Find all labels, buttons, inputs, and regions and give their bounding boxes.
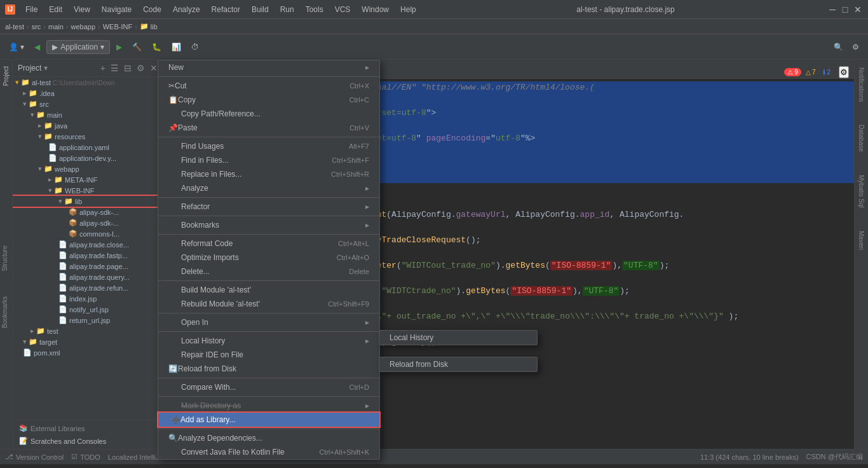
- sidebar-tab-structure[interactable]: Structure: [0, 242, 10, 275]
- sidebar-tab-project[interactable]: Project: [1, 62, 11, 90]
- tree-item-target[interactable]: ▾ 📁 target: [13, 336, 165, 347]
- tree-item-altest[interactable]: ▾ 📁 al-test C:\Users\admin\Down: [13, 77, 165, 88]
- sm-reload-disk-item[interactable]: Reload from Disk: [379, 357, 537, 371]
- tree-item-idea[interactable]: ▸ 📁 .idea: [13, 88, 165, 99]
- tree-item-metainf[interactable]: ▸ 📁 META-INF: [13, 174, 165, 185]
- tree-item-sdk2[interactable]: 📦 alipay-sdk-...: [13, 217, 165, 228]
- tree-item-resources[interactable]: ▾ 📁 resources: [13, 131, 165, 142]
- tree-item-page[interactable]: 📄 alipay.trade.page...: [13, 261, 165, 272]
- cm-new[interactable]: New ▸: [158, 60, 379, 74]
- cm-reload-disk[interactable]: 🔄 Reload from Disk: [158, 362, 379, 376]
- profile-button[interactable]: ⏱: [187, 41, 203, 53]
- cm-optimize[interactable]: Optimize Imports Ctrl+Alt+O: [158, 251, 379, 265]
- cm-bookmarks[interactable]: Bookmarks ▸: [158, 218, 379, 232]
- tree-item-webapp[interactable]: ▾ 📁 webapp: [13, 163, 165, 174]
- tree-item-refun[interactable]: 📄 alipay.trade.refun...: [13, 282, 165, 293]
- external-libraries-item[interactable]: 📚 External Libraries: [17, 423, 161, 434]
- settings-gear-button[interactable]: ⚙: [135, 62, 147, 74]
- tree-item-query[interactable]: 📄 alipay.trade.query...: [13, 272, 165, 282]
- cm-replace-in-files[interactable]: Replace in Files... Ctrl+Shift+R: [158, 167, 379, 181]
- cm-find-usages[interactable]: Find Usages Alt+F7: [158, 139, 379, 153]
- minimize-button[interactable]: ─: [827, 4, 837, 15]
- cm-repair-ide[interactable]: Repair IDE on File: [158, 348, 379, 362]
- tree-item-appyaml[interactable]: 📄 application.yaml: [13, 142, 165, 153]
- coverage-button[interactable]: 📊: [168, 41, 185, 53]
- menu-refactor[interactable]: Refactor: [207, 4, 245, 15]
- todo-tab[interactable]: ☑ TODO: [71, 453, 100, 461]
- settings-button[interactable]: ⚙: [848, 41, 863, 53]
- tree-item-appdevyaml[interactable]: 📄 application-dev.y...: [13, 153, 165, 163]
- cm-copy[interactable]: 📋 Copy Ctrl+C: [158, 93, 379, 107]
- new-file-button[interactable]: +: [98, 62, 107, 74]
- breadcrumb-root[interactable]: al-test: [5, 23, 24, 31]
- menu-view[interactable]: View: [69, 4, 95, 15]
- cm-copy-path[interactable]: Copy Path/Reference...: [158, 107, 379, 121]
- tree-item-commons[interactable]: 📦 commons-l...: [13, 228, 165, 239]
- breadcrumb-webinf[interactable]: WEB-INF: [103, 23, 132, 31]
- cm-analyze-deps[interactable]: 🔍 Analyze Dependencies...: [158, 431, 379, 445]
- cm-open-in[interactable]: Open In ▸: [158, 315, 379, 329]
- right-tab-mybatis[interactable]: Mybatis Sql: [857, 170, 866, 213]
- cm-local-history[interactable]: Local History ▸: [158, 334, 379, 348]
- run-button[interactable]: ▶: [112, 41, 126, 53]
- cm-rebuild-module[interactable]: Rebuild Module 'al-test' Ctrl+Shift+F9: [158, 297, 379, 311]
- search-everywhere-button[interactable]: 🔍: [830, 41, 847, 53]
- menu-build[interactable]: Build: [247, 4, 274, 15]
- menu-edit[interactable]: Edit: [44, 4, 67, 15]
- tree-item-sdk1[interactable]: 📦 alipay-sdk-...: [13, 207, 165, 217]
- cm-compare-with[interactable]: Compare With... Ctrl+D: [158, 380, 379, 394]
- maximize-button[interactable]: □: [840, 4, 850, 15]
- tree-item-fastp[interactable]: 📄 alipay.trade.fastp...: [13, 250, 165, 261]
- tree-item-java[interactable]: ▸ 📁 java: [13, 120, 165, 131]
- breadcrumb-lib[interactable]: 📁 lib: [140, 22, 158, 31]
- cm-paste[interactable]: 📌 Paste Ctrl+V: [158, 121, 379, 135]
- cm-build-module[interactable]: Build Module 'al-test': [158, 283, 379, 297]
- sidebar-tab-bookmarks[interactable]: Bookmarks: [0, 292, 10, 332]
- scratches-and-consoles-item[interactable]: 📝 Scratches and Consoles: [17, 436, 161, 446]
- menu-navigate[interactable]: Navigate: [97, 4, 137, 15]
- cm-add-library[interactable]: ➕ Add as Library...: [158, 413, 379, 427]
- tree-item-webinf[interactable]: ▾ 📁 WEB-INF: [13, 185, 165, 196]
- cm-refactor[interactable]: Refactor ▸: [158, 200, 379, 214]
- tree-item-test[interactable]: ▸ 📁 test: [13, 326, 165, 336]
- menu-code[interactable]: Code: [138, 4, 166, 15]
- menu-run[interactable]: Run: [275, 4, 299, 15]
- sm-local-history-item[interactable]: Local History: [379, 331, 537, 345]
- right-tab-notifications[interactable]: Notifications: [857, 62, 866, 107]
- toolbar-profile-button[interactable]: 👤 ▾: [5, 41, 28, 53]
- toolbar-back-button[interactable]: ◀: [31, 41, 44, 53]
- tree-item-main[interactable]: ▾ 📁 main: [13, 109, 165, 120]
- version-control-tab[interactable]: ⎇ Version Control: [5, 453, 64, 461]
- debug-button[interactable]: 🐛: [148, 41, 165, 53]
- tree-item-close[interactable]: 📄 alipay.trade.close...: [13, 239, 165, 250]
- tree-item-lib[interactable]: ▾ 📁 lib: [13, 196, 165, 207]
- cm-convert-kotlin[interactable]: Convert Java File to Kotlin File Ctrl+Al…: [158, 445, 379, 459]
- right-tab-database[interactable]: Database: [857, 120, 866, 157]
- menu-vcs[interactable]: VCS: [330, 4, 356, 15]
- tree-expand-button[interactable]: ☰: [109, 62, 121, 74]
- breadcrumb-src[interactable]: src: [32, 23, 41, 31]
- cm-cut[interactable]: ✂ Cut Ctrl+X: [158, 79, 379, 93]
- run-config-selector[interactable]: ▶ Application ▾: [46, 40, 110, 54]
- close-button[interactable]: ✕: [853, 4, 863, 15]
- tree-item-indexjsp[interactable]: 📄 index.jsp: [13, 293, 165, 304]
- cm-find-in-files[interactable]: Find in Files... Ctrl+Shift+F: [158, 153, 379, 167]
- menu-analyze[interactable]: Analyze: [168, 4, 205, 15]
- menu-help[interactable]: Help: [395, 4, 421, 15]
- build-button[interactable]: 🔨: [128, 41, 146, 53]
- menu-tools[interactable]: Tools: [301, 4, 329, 15]
- cm-reformat[interactable]: Reformat Code Ctrl+Alt+L: [158, 237, 379, 251]
- cm-delete[interactable]: Delete... Delete: [158, 265, 379, 279]
- tree-item-src[interactable]: ▾ 📁 src: [13, 99, 165, 109]
- tree-item-notifyurl[interactable]: 📄 notify_url.jsp: [13, 304, 165, 315]
- tree-collapse-button[interactable]: ⊟: [122, 62, 133, 74]
- breadcrumb-settings-button[interactable]: ⚙: [839, 66, 849, 78]
- breadcrumb-main[interactable]: main: [48, 23, 64, 31]
- cm-analyze[interactable]: Analyze ▸: [158, 181, 379, 195]
- menu-file[interactable]: File: [20, 4, 43, 15]
- menu-window[interactable]: Window: [356, 4, 394, 15]
- tree-item-returnurl[interactable]: 📄 return_url.jsp: [13, 315, 165, 326]
- right-tab-maven[interactable]: Maven: [857, 226, 866, 255]
- breadcrumb-webapp[interactable]: webapp: [71, 23, 96, 31]
- tree-item-pomxml[interactable]: 📄 pom.xml: [13, 347, 165, 358]
